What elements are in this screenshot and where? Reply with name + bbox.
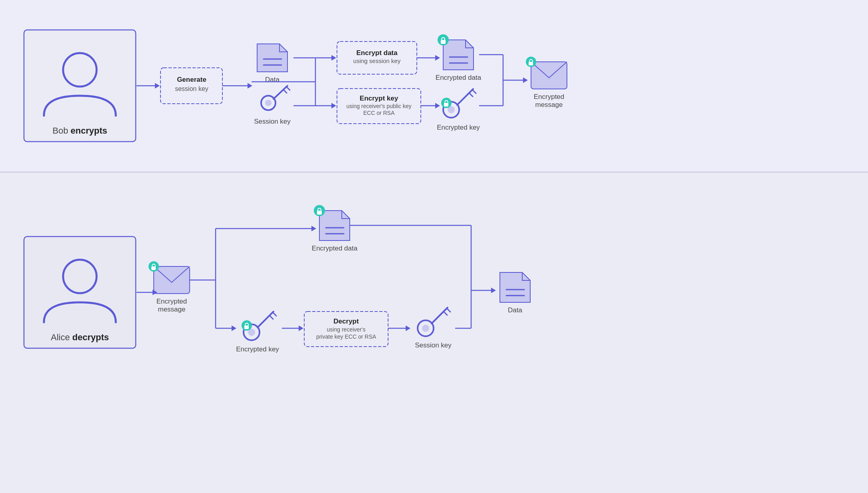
svg-text:Encrypted: Encrypted (157, 298, 187, 305)
svg-text:using receiver's public key: using receiver's public key (347, 103, 412, 109)
svg-text:Encrypted data: Encrypted data (312, 245, 358, 252)
svg-text:using receiver's: using receiver's (327, 326, 366, 333)
svg-text:message: message (535, 101, 563, 108)
svg-text:message: message (158, 306, 186, 313)
svg-rect-59 (529, 62, 533, 65)
svg-text:Alice decrypts: Alice decrypts (51, 332, 109, 342)
svg-text:Generate: Generate (177, 76, 206, 83)
svg-text:ECC or RSA: ECC or RSA (363, 110, 395, 116)
svg-text:Encrypt data: Encrypt data (357, 49, 398, 57)
svg-point-19 (265, 100, 271, 106)
svg-text:Encrypted key: Encrypted key (236, 345, 279, 353)
svg-rect-66 (154, 266, 190, 294)
full-diagram: Bob encrypts Generate session key Data S… (0, 0, 868, 493)
svg-text:Encrypted data: Encrypted data (436, 74, 482, 81)
svg-rect-90 (244, 325, 249, 329)
svg-text:Encrypted key: Encrypted key (437, 124, 480, 131)
svg-rect-57 (531, 62, 567, 89)
bottom-section-svg: Alice decrypts Encrypted message Encrypt… (0, 173, 868, 493)
svg-text:session key: session key (175, 85, 208, 92)
svg-rect-68 (151, 266, 156, 270)
svg-text:Encrypted: Encrypted (534, 93, 565, 101)
svg-rect-50 (444, 103, 448, 106)
svg-text:Session key: Session key (415, 341, 452, 349)
svg-text:private key ECC or RSA: private key ECC or RSA (316, 333, 377, 340)
svg-rect-80 (317, 211, 322, 215)
svg-text:Data: Data (508, 306, 522, 314)
svg-text:Decrypt: Decrypt (333, 317, 359, 325)
svg-text:Session key: Session key (254, 118, 291, 125)
top-section-svg: Bob encrypts Generate session key Data S… (0, 0, 868, 172)
svg-point-101 (422, 325, 429, 332)
svg-text:Encrypt key: Encrypt key (360, 95, 398, 102)
svg-text:using session key: using session key (353, 57, 401, 64)
svg-rect-34 (441, 40, 446, 44)
svg-text:Bob encrypts: Bob encrypts (53, 126, 107, 136)
